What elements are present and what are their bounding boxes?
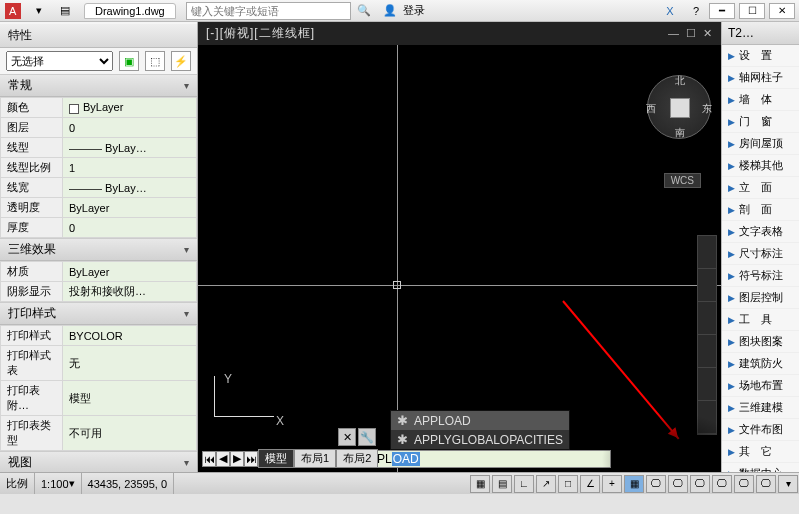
tab-layout1[interactable]: 布局1: [294, 449, 336, 468]
section-fx[interactable]: 三维效果▾: [0, 238, 197, 261]
app-icon[interactable]: A: [2, 2, 24, 20]
suggest-item[interactable]: ✱APPLYGLOBALOPACITIES: [391, 430, 569, 449]
cube-top-icon[interactable]: [670, 98, 690, 118]
table-row: 颜色ByLayer: [1, 98, 197, 118]
palette-item[interactable]: ▶三维建模: [722, 397, 799, 419]
grid-button[interactable]: ▤: [492, 475, 512, 493]
table-row: 线型——— ByLay…: [1, 138, 197, 158]
selection-button[interactable]: ▦: [624, 475, 644, 493]
scale-dropdown[interactable]: 1:100 ▾: [35, 473, 82, 494]
cmd-selection: OAD: [392, 452, 420, 466]
triangle-icon: ▶: [728, 469, 735, 473]
palette-item[interactable]: ▶符号标注: [722, 265, 799, 287]
drawing-canvas[interactable]: Y X 北 南 西 东 WCS ✱APPLOAD ✱APPLYGLOBALOPA…: [198, 45, 721, 472]
triangle-icon: ▶: [728, 95, 735, 105]
palette-item[interactable]: ▶剖 面: [722, 199, 799, 221]
object-track-button[interactable]: ∠: [580, 475, 600, 493]
palette-item[interactable]: ▶轴网柱子: [722, 67, 799, 89]
login-label[interactable]: 登录: [403, 3, 425, 18]
close-button[interactable]: ✕: [769, 3, 795, 19]
command-line[interactable]: >_ APPLOAD: [338, 450, 611, 468]
tab-last-icon[interactable]: ⏭: [244, 451, 258, 467]
triangle-icon: ▶: [728, 381, 735, 391]
palette-item[interactable]: ▶文字表格: [722, 221, 799, 243]
general-table: 颜色ByLayer 图层0 线型——— ByLay… 线型比例1 线宽——— B…: [0, 97, 197, 238]
triangle-icon: ▶: [728, 227, 735, 237]
wcs-badge[interactable]: WCS: [664, 173, 701, 188]
palette-item[interactable]: ▶数据中心: [722, 463, 799, 472]
select-objects-icon[interactable]: ⬚: [145, 51, 165, 71]
monitor6-button[interactable]: 🖵: [756, 475, 776, 493]
osnap-button[interactable]: □: [558, 475, 578, 493]
table-row: 线型比例1: [1, 158, 197, 178]
section-general[interactable]: 常规▾: [0, 74, 197, 97]
selection-dropdown[interactable]: 无选择: [6, 51, 113, 71]
exchange-icon[interactable]: X: [659, 2, 681, 20]
help-icon[interactable]: ?: [685, 2, 707, 20]
palette-item-label: 设 置: [739, 48, 772, 63]
palette-item[interactable]: ▶图层控制: [722, 287, 799, 309]
ortho-button[interactable]: ∟: [514, 475, 534, 493]
suggest-item[interactable]: ✱APPLOAD: [391, 411, 569, 430]
monitor1-button[interactable]: 🖵: [646, 475, 666, 493]
tab-next-icon[interactable]: ▶: [230, 451, 244, 467]
palette-item-label: 剖 面: [739, 202, 772, 217]
customize-icon[interactable]: ▾: [778, 475, 798, 493]
tab-layout2[interactable]: 布局2: [336, 449, 378, 468]
viewport-max-icon[interactable]: ☐: [686, 27, 697, 40]
viewport-min-icon[interactable]: —: [668, 27, 680, 40]
palette-item[interactable]: ▶门 窗: [722, 111, 799, 133]
snap-button[interactable]: ▦: [470, 475, 490, 493]
palette-item[interactable]: ▶立 面: [722, 177, 799, 199]
tab-model[interactable]: 模型: [258, 449, 294, 468]
triangle-icon: ▶: [728, 73, 735, 83]
triangle-icon: ▶: [728, 183, 735, 193]
monitor5-button[interactable]: 🖵: [734, 475, 754, 493]
palette-item[interactable]: ▶工 具: [722, 309, 799, 331]
search-icon[interactable]: 🔍: [353, 2, 375, 20]
palette-item[interactable]: ▶其 它: [722, 441, 799, 463]
palette-item-label: 符号标注: [739, 268, 783, 283]
palette-item[interactable]: ▶尺寸标注: [722, 243, 799, 265]
section-view[interactable]: 视图▾: [0, 451, 197, 472]
search-input[interactable]: [186, 2, 351, 20]
monitor2-button[interactable]: 🖵: [668, 475, 688, 493]
monitor3-button[interactable]: 🖵: [690, 475, 710, 493]
palette-item-label: 建筑防火: [739, 356, 783, 371]
quick-select-icon[interactable]: ⚡: [171, 51, 191, 71]
palette-item[interactable]: ▶房间屋顶: [722, 133, 799, 155]
view-label[interactable]: [-][俯视][二维线框]: [206, 25, 315, 42]
dynamic-button[interactable]: +: [602, 475, 622, 493]
triangle-icon: ▶: [728, 139, 735, 149]
maximize-button[interactable]: ☐: [739, 3, 765, 19]
polar-button[interactable]: ↗: [536, 475, 556, 493]
section-print[interactable]: 打印样式▾: [0, 302, 197, 325]
palette-item-label: 门 窗: [739, 114, 772, 129]
palette-item-label: 立 面: [739, 180, 772, 195]
minimize-button[interactable]: ━: [709, 3, 735, 19]
palette-item[interactable]: ▶建筑防火: [722, 353, 799, 375]
palette-item[interactable]: ▶文件布图: [722, 419, 799, 441]
cmd-close-icon[interactable]: ✕: [338, 428, 356, 446]
pickadd-icon[interactable]: ▣: [119, 51, 139, 71]
view-cube[interactable]: 北 南 西 东: [647, 75, 711, 139]
viewport-close-icon[interactable]: ✕: [703, 27, 713, 40]
tab-first-icon[interactable]: ⏮: [202, 451, 216, 467]
monitor4-button[interactable]: 🖵: [712, 475, 732, 493]
palette-item[interactable]: ▶设 置: [722, 45, 799, 67]
doc-tab[interactable]: Drawing1.dwg: [84, 3, 176, 19]
keyword-search[interactable]: [186, 2, 351, 20]
new-icon[interactable]: ▾: [28, 2, 50, 20]
tab-prev-icon[interactable]: ◀: [216, 451, 230, 467]
cmd-tool-icon[interactable]: 🔧: [358, 428, 376, 446]
palette-item-label: 房间屋顶: [739, 136, 783, 151]
palette-item[interactable]: ▶楼梯其他: [722, 155, 799, 177]
crosshair-vertical: [397, 45, 398, 472]
palette-item[interactable]: ▶场地布置: [722, 375, 799, 397]
svg-text:A: A: [9, 5, 17, 17]
nav-bar[interactable]: [697, 235, 717, 435]
palette-item[interactable]: ▶墙 体: [722, 89, 799, 111]
page-icon[interactable]: ▤: [54, 2, 76, 20]
user-icon[interactable]: 👤: [379, 2, 401, 20]
palette-item[interactable]: ▶图块图案: [722, 331, 799, 353]
